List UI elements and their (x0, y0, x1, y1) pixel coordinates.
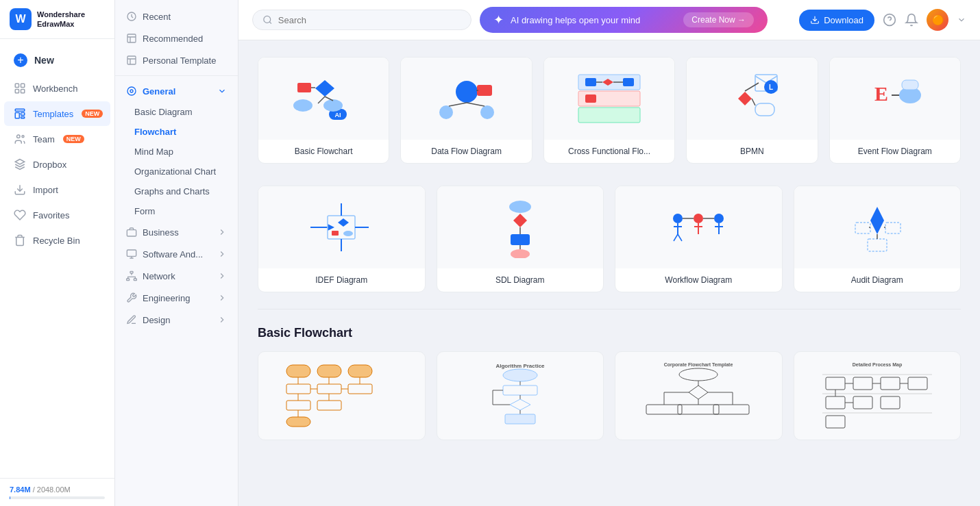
svg-rect-133 (646, 405, 682, 414)
caret-down-icon[interactable] (957, 15, 966, 25)
search-icon (262, 14, 273, 25)
sub-form[interactable]: Form (115, 201, 238, 221)
svg-text:AI: AI (335, 112, 341, 118)
svg-text:Corporate Flowchart Template: Corporate Flowchart Template (664, 362, 733, 368)
sidebar-item-recycle[interactable]: Recycle Bin (4, 228, 110, 253)
middle-item-recent[interactable]: Recent (115, 5, 238, 27)
svg-point-34 (456, 81, 478, 103)
svg-rect-1 (21, 84, 25, 87)
search-input[interactable] (278, 15, 461, 25)
sub-graphs[interactable]: Graphs and Charts (115, 181, 238, 201)
svg-rect-100 (286, 384, 310, 394)
sub-flowchart[interactable]: Flowchart (115, 122, 238, 142)
divider (115, 75, 238, 76)
template-cross-functional[interactable]: Cross Functional Flo... (543, 57, 675, 164)
template-audit[interactable]: Audit Diagram (794, 186, 961, 292)
template-img-basic-flowchart: AI (258, 58, 389, 140)
template-idef[interactable]: IDEF Diagram (258, 186, 426, 292)
favorites-icon (14, 209, 26, 221)
category-business[interactable]: Business (115, 221, 238, 243)
bottom-card-2[interactable]: Algorithm Practice (437, 351, 604, 440)
sidebar-item-workbench[interactable]: Workbench (4, 76, 110, 101)
download-icon (810, 15, 820, 25)
svg-text:Detailed Process Map: Detailed Process Map (853, 362, 902, 368)
chevron-right-icon4 (217, 293, 227, 303)
svg-point-76 (511, 249, 530, 258)
sidebar: W Wondershare EdrawMax + New Workbench T… (0, 0, 115, 506)
recycle-icon (14, 234, 26, 246)
svg-point-71 (509, 201, 531, 213)
avatar[interactable]: 🟠 (927, 9, 948, 31)
middle-item-recommended[interactable]: Recommended (115, 27, 238, 49)
svg-marker-119 (510, 399, 530, 410)
category-engineering[interactable]: Engineering (115, 287, 238, 309)
create-now-btn[interactable]: Create Now → (683, 12, 754, 27)
svg-rect-146 (853, 396, 872, 409)
template-img-sdl (437, 186, 604, 268)
bottom-card-1[interactable] (258, 351, 426, 440)
category-general[interactable]: General (115, 80, 238, 102)
svg-rect-55 (755, 103, 774, 116)
sidebar-item-dropbox[interactable]: Dropbox (4, 152, 110, 177)
sub-mind-map[interactable]: Mind Map (115, 142, 238, 162)
svg-rect-147 (881, 396, 900, 409)
svg-rect-103 (286, 401, 310, 410)
team-icon (14, 133, 26, 145)
sidebar-item-favorites[interactable]: Favorites (4, 203, 110, 227)
bottom-card-3[interactable]: Corporate Flowchart Template (615, 351, 783, 440)
svg-rect-4 (15, 109, 25, 111)
svg-rect-144 (908, 377, 927, 390)
svg-point-77 (673, 214, 683, 223)
templates-badge: NEW (82, 110, 103, 118)
svg-rect-117 (503, 385, 537, 395)
bell-icon[interactable] (905, 13, 918, 27)
svg-rect-2 (15, 90, 19, 93)
template-img-cross-functional (544, 58, 674, 140)
template-sdl[interactable]: SDL Diagram (437, 186, 604, 292)
sidebar-item-templates[interactable]: Templates NEW (4, 101, 110, 126)
template-event-flow[interactable]: E Event Flow Diagram (829, 57, 961, 164)
svg-text:L: L (769, 84, 773, 91)
svg-rect-66 (332, 231, 339, 236)
svg-line-56 (752, 99, 755, 105)
svg-rect-7 (21, 117, 25, 118)
topbar: ✦ AI drawing helps open your mind Create… (238, 0, 980, 40)
svg-rect-97 (286, 365, 310, 377)
sub-basic-diagram[interactable]: Basic Diagram (115, 102, 238, 122)
svg-marker-63 (328, 224, 334, 231)
svg-rect-12 (127, 34, 136, 42)
svg-rect-121 (505, 414, 535, 424)
category-network[interactable]: Network (115, 265, 238, 287)
help-icon[interactable] (883, 13, 896, 27)
template-bpmn[interactable]: L BPMN (686, 57, 818, 164)
svg-marker-27 (315, 80, 334, 97)
svg-rect-148 (826, 416, 845, 428)
search-box[interactable] (252, 10, 471, 30)
template-workflow[interactable]: Workflow Diagram (615, 186, 783, 292)
template-img-idef (258, 186, 425, 268)
svg-marker-65 (338, 218, 349, 227)
svg-marker-128 (689, 385, 708, 399)
sidebar-item-new[interactable]: + New (4, 47, 110, 73)
svg-rect-28 (297, 83, 311, 92)
template-basic-flowchart[interactable]: AI Basic Flowchart (258, 57, 389, 164)
bottom-card-4[interactable]: Detailed Process Map (794, 351, 961, 440)
template-grid-row2: IDEF Diagram SDL Diagram (258, 186, 961, 292)
svg-point-8 (17, 135, 21, 138)
download-button[interactable]: Download (799, 10, 874, 31)
svg-rect-48 (585, 94, 596, 103)
category-design[interactable]: Design (115, 309, 238, 331)
sub-org-chart[interactable]: Organizational Chart (115, 162, 238, 181)
template-data-flow[interactable]: Data Flow Diagram (400, 57, 532, 164)
category-software[interactable]: Software And... (115, 243, 238, 265)
divider-section (258, 309, 961, 309)
sidebar-item-team[interactable]: Team NEW (4, 127, 110, 151)
svg-point-29 (293, 99, 313, 112)
bottom-grid: Algorithm Practice (258, 351, 961, 440)
sidebar-item-import[interactable]: Import (4, 177, 110, 202)
svg-rect-44 (578, 107, 640, 123)
middle-item-personal[interactable]: Personal Template (115, 49, 238, 71)
svg-rect-0 (15, 84, 19, 87)
template-grid-row1: AI Basic Flowchart (258, 57, 961, 164)
ai-banner[interactable]: ✦ AI drawing helps open your mind Create… (480, 7, 768, 33)
